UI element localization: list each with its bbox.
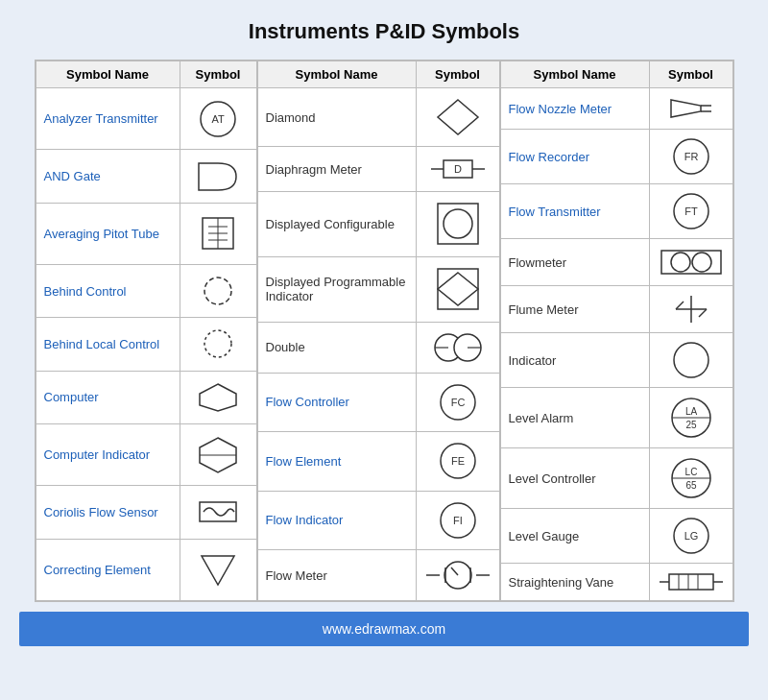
footer: www.edrawmax.com xyxy=(19,612,749,646)
table-row: Flow Element FE xyxy=(257,432,499,491)
symbol-name: Computer xyxy=(36,371,180,423)
symbol-name: Flow Recorder xyxy=(500,130,649,184)
table-1: Symbol Name Symbol Analyzer Transmitter … xyxy=(36,60,257,601)
table-row: Straightening Vane xyxy=(500,564,732,601)
symbol-name: Behind Local Control xyxy=(36,318,180,371)
symbol-icon xyxy=(180,150,256,203)
svg-rect-12 xyxy=(200,502,236,521)
svg-text:FR: FR xyxy=(684,151,698,162)
symbol-name: Displayed Programmable Indicator xyxy=(257,256,416,322)
symbol-icon: LC 65 xyxy=(649,448,732,509)
col-header-name-3: Symbol Name xyxy=(500,61,649,88)
svg-text:FE: FE xyxy=(450,455,464,467)
table-row: Flow Recorder FR xyxy=(500,130,732,184)
symbol-icon xyxy=(649,564,732,601)
table-row: Diamond xyxy=(257,88,499,147)
symbol-name: Computer Indicator xyxy=(36,423,180,485)
symbol-name: Flow Nozzle Meter xyxy=(500,88,649,130)
symbol-name: Straightening Vane xyxy=(500,564,649,601)
svg-point-53 xyxy=(674,343,708,377)
col-header-name-1: Symbol Name xyxy=(36,61,180,88)
symbol-icon xyxy=(180,423,256,485)
table-row: Flow Controller FC xyxy=(257,373,499,431)
table-row: Displayed Configurable xyxy=(257,191,499,256)
symbol-icon xyxy=(416,322,499,373)
svg-rect-65 xyxy=(669,574,713,590)
svg-marker-14 xyxy=(438,100,478,134)
table-row: Behind Control xyxy=(36,265,256,318)
table-row: Averaging Pitot Tube xyxy=(36,203,256,264)
table-row: Analyzer Transmitter AT xyxy=(36,88,256,150)
symbol-icon xyxy=(649,239,732,286)
svg-text:LC: LC xyxy=(684,467,697,477)
symbol-name: Level Alarm xyxy=(500,388,649,448)
table-row: Computer xyxy=(36,371,256,423)
col-header-symbol-1: Symbol xyxy=(180,61,256,88)
table-row: Indicator xyxy=(500,333,732,388)
symbol-icon: FI xyxy=(416,491,499,549)
svg-text:D: D xyxy=(454,163,462,175)
symbol-name: Correcting Element xyxy=(36,539,180,600)
table-row: Level Alarm LA 25 xyxy=(500,388,732,448)
symbol-name: Level Gauge xyxy=(500,509,649,564)
symbol-name: Flume Meter xyxy=(500,286,649,333)
svg-marker-9 xyxy=(200,384,236,411)
svg-text:AT: AT xyxy=(211,113,225,125)
symbol-icon: LG xyxy=(649,509,732,564)
symbol-name: Indicator xyxy=(500,333,649,388)
table-2: Symbol Name Symbol Diamond Diaphragm Met… xyxy=(257,60,500,601)
symbol-name: Level Controller xyxy=(500,448,649,509)
symbol-icon: FE xyxy=(416,432,499,491)
symbol-name: Flow Element xyxy=(257,432,416,491)
table-row: Diaphragm Meter D xyxy=(257,147,499,191)
table-row: AND Gate xyxy=(36,150,256,203)
symbol-name: Flow Transmitter xyxy=(500,184,649,239)
table-3: Symbol Name Symbol Flow Nozzle Meter Flo… xyxy=(500,60,733,601)
symbol-icon xyxy=(416,550,499,601)
symbol-icon: LA 25 xyxy=(649,388,732,448)
svg-text:FC: FC xyxy=(450,397,465,408)
svg-point-48 xyxy=(692,253,711,272)
symbol-icon xyxy=(180,371,256,423)
symbol-name: Averaging Pitot Tube xyxy=(36,203,180,264)
symbol-name: Coriolis Flow Sensor xyxy=(36,486,180,539)
svg-point-47 xyxy=(671,253,690,272)
col-header-symbol-3: Symbol xyxy=(649,61,732,88)
svg-text:65: 65 xyxy=(685,480,697,491)
table-row: Flume Meter xyxy=(500,286,732,333)
symbol-icon xyxy=(180,539,256,600)
symbol-name: AND Gate xyxy=(36,150,180,203)
table-row: Flowmeter xyxy=(500,239,732,286)
symbol-icon xyxy=(180,318,256,371)
symbol-icon xyxy=(180,203,256,264)
table-row: Behind Local Control xyxy=(36,318,256,371)
table-row: Flow Meter xyxy=(257,550,499,601)
svg-text:25: 25 xyxy=(685,420,697,430)
table-row: Correcting Element xyxy=(36,539,256,600)
symbol-icon xyxy=(180,486,256,539)
symbol-icon xyxy=(416,256,499,322)
table-row: Level Controller LC 65 xyxy=(500,448,732,509)
symbol-name: Behind Control xyxy=(36,265,180,318)
symbol-name: Flowmeter xyxy=(500,239,649,286)
symbol-icon: FC xyxy=(416,373,499,431)
symbol-icon xyxy=(180,265,256,318)
symbol-icon xyxy=(416,191,499,256)
symbol-icon xyxy=(649,88,732,130)
svg-point-8 xyxy=(204,330,231,357)
symbol-name: Flow Indicator xyxy=(257,491,416,549)
symbol-icon: FR xyxy=(649,130,732,184)
symbol-icon: FT xyxy=(649,184,732,239)
symbol-name: Diamond xyxy=(257,88,416,147)
table-row: Computer Indicator xyxy=(36,423,256,485)
tables-container: Symbol Name Symbol Analyzer Transmitter … xyxy=(35,60,734,602)
svg-point-7 xyxy=(204,278,231,304)
col-header-name-2: Symbol Name xyxy=(257,61,416,88)
table-row: Flow Transmitter FT xyxy=(500,184,732,239)
col-header-symbol-2: Symbol xyxy=(416,61,499,88)
symbol-name: Diaphragm Meter xyxy=(257,147,416,191)
symbol-name: Analyzer Transmitter xyxy=(36,88,180,150)
symbol-name: Double xyxy=(257,322,416,373)
symbol-name: Displayed Configurable xyxy=(257,191,416,256)
svg-text:LA: LA xyxy=(684,406,697,417)
